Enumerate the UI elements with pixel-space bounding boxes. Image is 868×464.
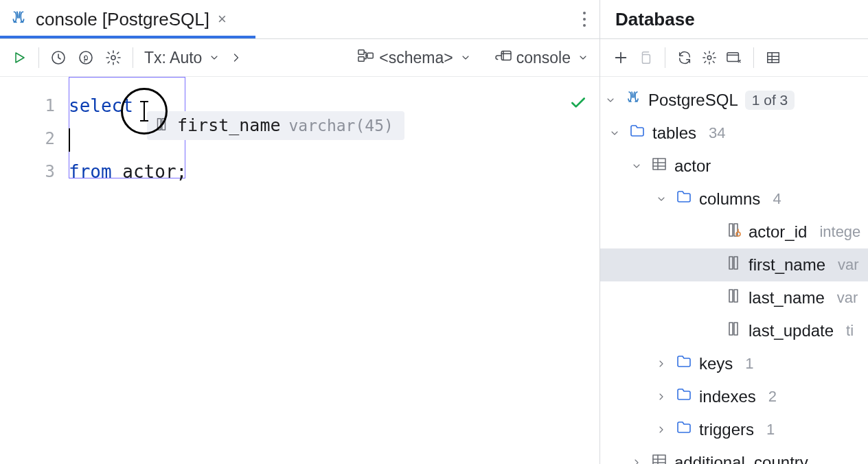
database-tree[interactable]: PostgreSQL 1 of 3 tables34actorcolumns4a…: [600, 77, 868, 464]
tree-node-label: tables: [652, 124, 696, 143]
line-number: 3: [0, 155, 55, 188]
session-icon: [494, 48, 512, 67]
playground-icon[interactable]: p: [73, 45, 98, 70]
svg-point-11: [707, 56, 711, 60]
svg-rect-8: [158, 119, 161, 130]
tree-node-next[interactable]: additional_country: [600, 446, 868, 464]
chevron-down-icon: [654, 194, 669, 205]
database-panel-title: Database: [615, 9, 695, 30]
tree-node-label: last_update: [749, 321, 834, 340]
tree-node-label: indexes: [699, 387, 756, 406]
tree-node-actor[interactable]: actor: [600, 150, 868, 183]
tree-node-meta: ti: [846, 322, 854, 340]
svg-rect-18: [729, 257, 733, 269]
folder-icon: [629, 123, 646, 143]
svg-rect-20: [729, 290, 733, 302]
chevron-right-icon: [654, 358, 669, 369]
code-keyword: from: [69, 161, 112, 182]
svg-rect-4: [358, 50, 364, 55]
chevron-down-icon: [603, 95, 618, 106]
tree-node-columns[interactable]: columns4: [600, 183, 868, 216]
analysis-ok-icon[interactable]: [569, 89, 587, 122]
editor-caret: [69, 128, 70, 152]
line-number: 2: [0, 122, 55, 155]
svg-rect-10: [642, 54, 650, 63]
datasource-node[interactable]: PostgreSQL 1 of 3: [600, 84, 868, 117]
datasource-properties-button[interactable]: [697, 45, 722, 70]
tree-node-last_update[interactable]: last_updateti: [600, 314, 868, 347]
tree-node-meta: intege: [819, 223, 860, 241]
folder-icon: [676, 353, 692, 374]
line-number: 1: [0, 89, 55, 122]
tab-title: console [PostgreSQL]: [36, 9, 209, 30]
autocomplete-item-name: first_name: [177, 109, 281, 142]
postgres-icon: [10, 10, 27, 30]
code-text: actor;: [112, 161, 187, 182]
tree-node-label: additional_country: [674, 453, 808, 464]
session-dropdown[interactable]: console: [490, 48, 593, 67]
tree-node-first_name[interactable]: first_namevar: [600, 248, 868, 281]
code-keyword: select: [69, 95, 133, 116]
postgres-icon: [625, 90, 641, 111]
svg-rect-23: [734, 323, 738, 335]
svg-rect-19: [734, 257, 738, 269]
chevron-down-icon: [209, 52, 220, 63]
run-button[interactable]: [7, 45, 32, 70]
jump-to-console-button[interactable]: [722, 45, 746, 70]
column-icon: [154, 109, 169, 142]
svg-rect-21: [734, 290, 738, 302]
svg-text:p: p: [84, 53, 89, 62]
chevron-down-icon: [607, 128, 622, 139]
svg-rect-12: [727, 53, 739, 62]
close-icon[interactable]: ×: [218, 10, 227, 28]
chevron-down-icon: [629, 161, 644, 172]
code-editor[interactable]: 1 2 3 select from actor; first_name varc…: [0, 77, 599, 464]
tree-node-meta: 1: [766, 421, 775, 439]
tab-overflow-menu[interactable]: [569, 12, 599, 27]
svg-point-3: [111, 56, 115, 60]
schema-label: <schema>: [379, 49, 453, 67]
svg-rect-15: [729, 224, 733, 236]
col-icon: [725, 321, 742, 341]
datasource-count-pill: 1 of 3: [745, 91, 795, 110]
tab-console[interactable]: console [PostgreSQL] ×: [0, 0, 239, 38]
autocomplete-popup[interactable]: first_name varchar(45): [147, 111, 404, 140]
new-datasource-button[interactable]: [608, 45, 633, 70]
folder-icon: [676, 419, 692, 440]
chevron-down-icon: [460, 52, 471, 63]
next-statement-icon[interactable]: [224, 45, 249, 70]
session-label: console: [516, 49, 571, 67]
col-icon: [725, 255, 742, 275]
folder-icon: [676, 386, 692, 407]
svg-rect-6: [367, 53, 373, 58]
refresh-button[interactable]: [672, 45, 697, 70]
tree-node-label: last_name: [749, 288, 825, 308]
table-icon: [651, 156, 667, 176]
tree-node-last_name[interactable]: last_namevar: [600, 281, 868, 314]
datasource-label: PostgreSQL: [648, 91, 738, 110]
tx-mode-dropdown[interactable]: Tx: Auto: [140, 49, 224, 67]
tree-node-label: first_name: [749, 255, 825, 275]
settings-icon[interactable]: [101, 45, 126, 70]
schema-dropdown[interactable]: <schema>: [353, 47, 475, 68]
tree-node-meta: var: [838, 256, 859, 274]
tree-node-indexes[interactable]: indexes2: [600, 380, 868, 413]
chevron-down-icon: [578, 52, 589, 63]
view-as-table-button[interactable]: [761, 45, 786, 70]
duplicate-button[interactable]: [633, 45, 658, 70]
chevron-right-icon: [629, 457, 644, 464]
svg-rect-9: [162, 119, 165, 130]
database-toolbar: [600, 38, 868, 77]
tree-node-label: columns: [699, 189, 760, 209]
autocomplete-item-type: varchar(45): [289, 109, 393, 142]
tree-node-meta: var: [837, 289, 858, 307]
tree-node-meta: 1: [745, 355, 753, 373]
tree-node-triggers[interactable]: triggers1: [600, 413, 868, 446]
tab-bar: console [PostgreSQL] ×: [0, 0, 599, 38]
tree-node-meta: 2: [768, 388, 777, 406]
tree-node-tables[interactable]: tables34: [600, 117, 868, 150]
history-icon[interactable]: [46, 45, 71, 70]
database-panel-header: Database: [600, 0, 868, 38]
tree-node-actor_id[interactable]: actor_idintege: [600, 216, 868, 248]
tree-node-keys[interactable]: keys1: [600, 347, 868, 380]
